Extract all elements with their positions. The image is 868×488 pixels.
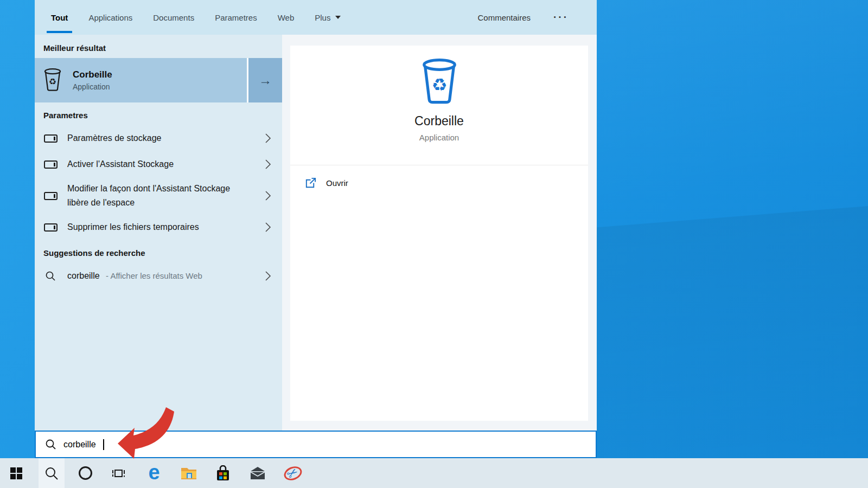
more-options-icon[interactable]: ··· bbox=[553, 11, 569, 23]
search-suggestions-header: Suggestions de recherche bbox=[35, 240, 282, 263]
cortana-icon bbox=[79, 466, 92, 480]
best-result-item[interactable]: ♻ Corbeille Application → bbox=[35, 58, 282, 102]
best-result-text: Corbeille Application bbox=[73, 69, 112, 91]
search-icon bbox=[45, 439, 56, 450]
chevron-right-icon bbox=[265, 270, 271, 282]
suggestion-text: corbeille - Afficher les résultats Web bbox=[67, 271, 202, 281]
chevron-right-icon bbox=[265, 190, 271, 202]
best-result-title: Corbeille bbox=[73, 69, 112, 80]
setting-item-label: Supprimer les fichiers temporaires bbox=[67, 220, 238, 234]
chevron-right-icon bbox=[265, 132, 271, 144]
recycle-glyph: ♻ bbox=[49, 77, 56, 86]
tab-tout-label: Tout bbox=[51, 13, 68, 22]
search-filter-bar: Tout Applications Documents Parametres W… bbox=[35, 0, 597, 35]
tab-documents-label: Documents bbox=[153, 13, 194, 22]
tab-parametres-label: Parametres bbox=[215, 13, 257, 22]
store-button[interactable] bbox=[210, 458, 236, 488]
settings-icon bbox=[43, 134, 58, 143]
mail-button[interactable] bbox=[245, 458, 271, 488]
chevron-right-icon bbox=[265, 221, 271, 233]
detail-title: Corbeille bbox=[414, 114, 464, 129]
search-icon bbox=[43, 271, 58, 281]
snip-tool-button[interactable]: ✂ bbox=[279, 458, 305, 488]
tab-applications-label: Applications bbox=[88, 13, 132, 22]
windows-logo-icon bbox=[10, 467, 22, 479]
mail-icon bbox=[249, 466, 266, 480]
open-action[interactable]: Ouvrir bbox=[290, 165, 588, 189]
store-icon bbox=[215, 465, 231, 481]
best-result-main[interactable]: ♻ Corbeille Application bbox=[35, 58, 247, 102]
search-flyout: Tout Applications Documents Parametres W… bbox=[35, 0, 597, 458]
best-result-subtitle: Application bbox=[73, 82, 112, 91]
search-icon bbox=[44, 466, 59, 480]
recycle-bin-icon-large: ♻ bbox=[418, 59, 461, 106]
setting-item-storage-sense[interactable]: Activer l'Assistant Stockage bbox=[35, 151, 282, 177]
tab-applications[interactable]: Applications bbox=[88, 0, 132, 35]
detail-subtitle: Application bbox=[419, 133, 459, 142]
search-input-value: corbeille bbox=[63, 440, 96, 450]
best-result-header: Meilleur résultat bbox=[35, 35, 282, 58]
topbar-right: Commentaires ··· bbox=[477, 11, 569, 23]
taskbar-search-button[interactable] bbox=[39, 458, 65, 488]
chevron-down-icon bbox=[335, 16, 341, 19]
task-view-icon bbox=[111, 466, 126, 481]
setting-item-label: Modifier la façon dont l'Assistant Stock… bbox=[67, 182, 238, 209]
desktop: Tout Applications Documents Parametres W… bbox=[0, 0, 868, 488]
snip-tool-icon: ✂ bbox=[283, 465, 302, 482]
suggestion-query: corbeille bbox=[67, 271, 100, 280]
setting-item-label: Paramètres de stockage bbox=[67, 131, 238, 145]
chevron-right-icon bbox=[265, 158, 271, 170]
tab-tout[interactable]: Tout bbox=[51, 0, 68, 35]
feedback-button[interactable]: Commentaires bbox=[477, 13, 531, 22]
setting-item-label: Activer l'Assistant Stockage bbox=[67, 157, 238, 171]
settings-icon bbox=[43, 192, 58, 200]
start-button[interactable] bbox=[3, 458, 29, 488]
results-panel: Meilleur résultat ♻ Corbeille Applicatio… bbox=[35, 35, 282, 431]
settings-header: Parametres bbox=[35, 102, 282, 125]
web-suggestion-item[interactable]: corbeille - Afficher les résultats Web bbox=[35, 263, 282, 289]
tab-plus-label: Plus bbox=[315, 13, 330, 22]
setting-item-storage[interactable]: Paramètres de stockage bbox=[35, 125, 282, 151]
tab-web[interactable]: Web bbox=[278, 0, 295, 35]
filter-tabs: Tout Applications Documents Parametres W… bbox=[51, 0, 341, 35]
detail-panel: ♻ Corbeille Application Ouvrir bbox=[282, 35, 597, 431]
file-explorer-icon bbox=[180, 466, 197, 480]
tab-web-label: Web bbox=[278, 13, 295, 22]
setting-item-storage-sense-config[interactable]: Modifier la façon dont l'Assistant Stock… bbox=[35, 177, 282, 214]
suggestion-hint: - Afficher les résultats Web bbox=[106, 271, 202, 280]
setting-item-temp-files[interactable]: Supprimer les fichiers temporaires bbox=[35, 214, 282, 240]
settings-icon bbox=[43, 160, 58, 169]
tab-plus[interactable]: Plus bbox=[315, 0, 341, 35]
recycle-glyph: ♻ bbox=[431, 75, 447, 95]
cortana-button[interactable] bbox=[72, 458, 98, 488]
tab-parametres[interactable]: Parametres bbox=[215, 0, 257, 35]
arrow-right-icon: → bbox=[259, 73, 272, 88]
annotation-arrow bbox=[98, 397, 184, 466]
settings-icon bbox=[43, 223, 58, 232]
open-external-icon bbox=[304, 177, 317, 189]
recycle-bin-icon-small: ♻ bbox=[43, 68, 62, 92]
tab-documents[interactable]: Documents bbox=[153, 0, 194, 35]
detail-card: ♻ Corbeille Application Ouvrir bbox=[290, 46, 588, 421]
open-label: Ouvrir bbox=[326, 178, 348, 188]
expand-result-button[interactable]: → bbox=[248, 58, 282, 102]
